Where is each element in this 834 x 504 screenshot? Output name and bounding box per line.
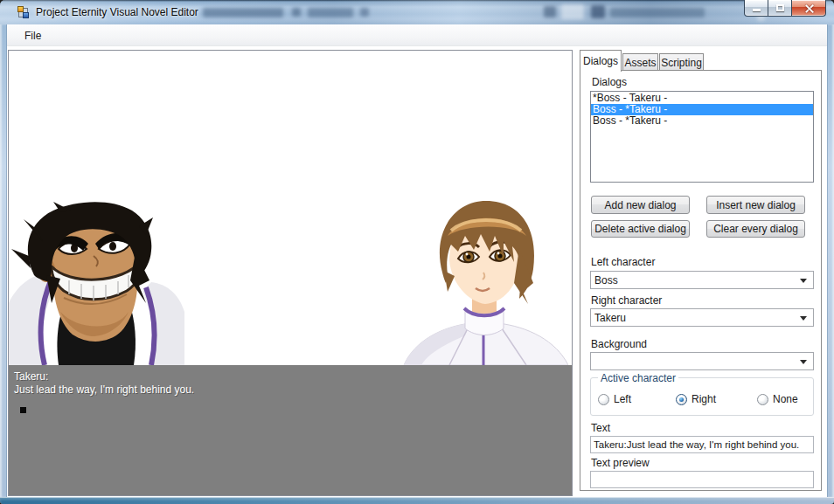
menubar: File bbox=[7, 24, 827, 46]
titlebar-glass-artifact bbox=[544, 6, 556, 17]
delete-active-dialog-button[interactable]: Delete active dialog bbox=[591, 220, 690, 238]
add-new-dialog-button[interactable]: Add new dialog bbox=[591, 196, 690, 214]
app-window: Project Eternity Visual Novel Editor Fil… bbox=[0, 0, 834, 504]
client-area: File bbox=[7, 24, 827, 497]
tab-scripting[interactable]: Scripting bbox=[659, 53, 704, 72]
window-border-bottom bbox=[0, 497, 834, 504]
left-character-portrait-boss bbox=[8, 200, 184, 365]
tab-assets[interactable]: Assets bbox=[622, 53, 658, 72]
radio-left-label: Left bbox=[614, 393, 631, 405]
radio-none[interactable]: None bbox=[757, 393, 798, 405]
maximize-button[interactable] bbox=[768, 0, 792, 17]
radio-icon bbox=[757, 394, 768, 405]
minimize-button[interactable] bbox=[744, 0, 768, 17]
dialogue-text: Just lead the way, I'm right behind you. bbox=[14, 383, 194, 396]
close-icon bbox=[804, 3, 814, 13]
continue-cursor-icon bbox=[20, 407, 26, 413]
background-label: Background bbox=[591, 338, 647, 350]
right-character-label: Right character bbox=[591, 294, 662, 307]
dialogue-overlay: Takeru: Just lead the way, I'm right beh… bbox=[9, 365, 572, 495]
titlebar-glass-artifact bbox=[308, 8, 353, 17]
titlebar-glass-artifact bbox=[610, 8, 705, 17]
insert-new-dialog-button[interactable]: Insert new dialog bbox=[706, 196, 805, 214]
maximize-icon bbox=[776, 4, 784, 11]
window-border-left bbox=[0, 24, 7, 497]
text-preview-label: Text preview bbox=[591, 457, 650, 469]
right-character-combobox[interactable]: Takeru bbox=[590, 308, 814, 327]
radio-none-label: None bbox=[773, 393, 798, 405]
window-border-right bbox=[827, 24, 834, 497]
titlebar-glass-artifact bbox=[360, 8, 369, 17]
text-input[interactable] bbox=[590, 436, 814, 453]
titlebar-glass-artifact bbox=[203, 8, 283, 17]
dropdown-arrow-icon bbox=[800, 316, 807, 321]
titlebar-glass-artifact bbox=[292, 8, 301, 17]
left-character-value: Boss bbox=[594, 274, 618, 287]
dialogue-speaker: Takeru: bbox=[14, 370, 48, 383]
dropdown-arrow-icon bbox=[800, 279, 807, 283]
dialogs-list-label: Dialogs bbox=[592, 76, 627, 88]
tab-dialogs[interactable]: Dialogs bbox=[580, 50, 622, 72]
menu-file[interactable]: File bbox=[19, 28, 46, 44]
titlebar-glass-artifact bbox=[591, 5, 605, 18]
dialogs-tab-page: Dialogs *Boss - Takeru - Boss - *Takeru … bbox=[580, 70, 822, 491]
right-character-portrait-takeru bbox=[397, 196, 573, 365]
left-character-label: Left character bbox=[591, 256, 655, 268]
list-item[interactable]: Boss - *Takeru - bbox=[591, 115, 813, 127]
radio-right-label: Right bbox=[692, 393, 716, 405]
text-preview-input[interactable] bbox=[590, 471, 814, 488]
clear-every-dialog-button[interactable]: Clear every dialog bbox=[706, 220, 805, 238]
radio-icon bbox=[676, 394, 687, 405]
active-character-label: Active character bbox=[598, 372, 678, 384]
window-title: Project Eternity Visual Novel Editor bbox=[36, 6, 198, 18]
radio-left[interactable]: Left bbox=[598, 393, 631, 405]
radio-right[interactable]: Right bbox=[676, 393, 716, 405]
stage-preview-panel: Takeru: Just lead the way, I'm right beh… bbox=[8, 50, 573, 496]
titlebar[interactable]: Project Eternity Visual Novel Editor bbox=[0, 0, 834, 24]
left-character-combobox[interactable]: Boss bbox=[590, 271, 814, 289]
text-label: Text bbox=[591, 422, 610, 434]
minimize-icon bbox=[753, 9, 761, 11]
close-button[interactable] bbox=[792, 0, 826, 17]
background-combobox[interactable] bbox=[590, 352, 814, 370]
radio-icon bbox=[598, 394, 609, 405]
dialogs-listbox[interactable]: *Boss - Takeru - Boss - *Takeru - Boss -… bbox=[590, 91, 814, 183]
titlebar-glass-artifact bbox=[561, 4, 584, 19]
active-character-groupbox: Active character Left Right None bbox=[590, 377, 814, 416]
right-character-value: Takeru bbox=[594, 312, 626, 324]
app-icon[interactable] bbox=[17, 6, 30, 18]
dropdown-arrow-icon bbox=[800, 360, 807, 364]
